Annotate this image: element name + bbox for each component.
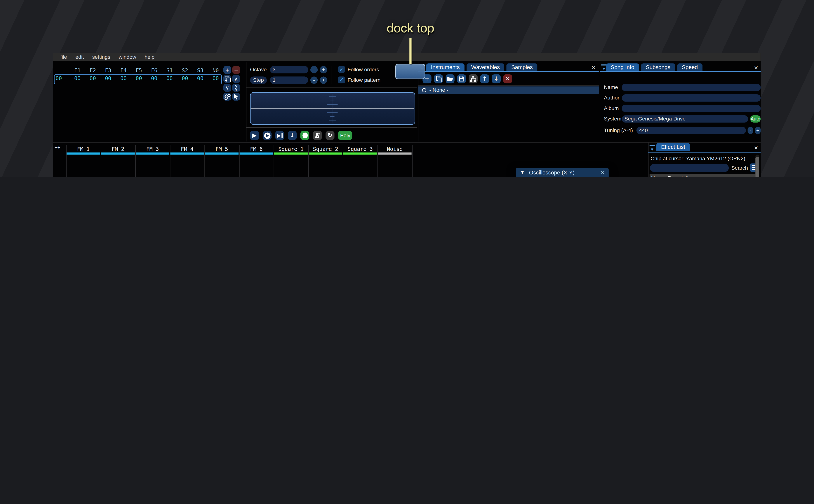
song-info-tab-speed[interactable]: Speed	[677, 63, 703, 71]
channel-color-bar	[309, 153, 342, 154]
channel-color-bar	[101, 153, 135, 154]
channel-color-bar	[170, 153, 204, 154]
channel-color-bar	[240, 153, 273, 154]
chip-at-cursor-label: Chip at cursor: Yamaha YM2612 (OPN2)	[651, 156, 745, 161]
channel-color-bar	[205, 153, 238, 154]
channel-header-fm-6[interactable]: FM 6	[239, 146, 274, 153]
tab-effect-list[interactable]: Effect List	[656, 143, 690, 151]
channel-header-fm-2[interactable]: FM 2	[101, 146, 135, 153]
collapse-icon[interactable]: ▼	[520, 170, 525, 175]
tab-list-icon[interactable]: ▼	[650, 145, 655, 152]
tuning-input[interactable]: 440	[637, 127, 746, 134]
channel-header-noise[interactable]: Noise	[377, 146, 412, 153]
expand-channels-button[interactable]: ++	[55, 145, 60, 150]
channel-header-square-2[interactable]: Square 2	[308, 146, 343, 153]
dock-target-top[interactable]	[395, 64, 425, 79]
tuning-increment-button[interactable]: +	[755, 127, 761, 134]
channel-header-fm-4[interactable]: FM 4	[170, 146, 204, 153]
window-title: Oscilloscope (X-Y)	[529, 169, 575, 176]
close-icon[interactable]: ✕	[601, 170, 605, 175]
search-label: Search	[731, 165, 748, 172]
channel-color-bar	[378, 153, 412, 154]
pattern-panel: ++ 0123456789101112131415161718192021 FM…	[53, 53, 648, 177]
close-icon[interactable]: ✕	[754, 145, 758, 151]
channel-color-bar	[67, 153, 100, 154]
furnace-window: fileeditsettingswindowhelp F1F2F3F4F5F6S…	[53, 53, 761, 177]
description-column-header[interactable]: Description	[668, 175, 694, 177]
effect-table-header[interactable]: Name Description	[650, 174, 759, 177]
oscilloscope-xy-titlebar[interactable]: ▼ Oscilloscope (X-Y) ✕	[516, 168, 609, 177]
search-input[interactable]	[650, 164, 729, 172]
effect-list-panel: ▼ Effect List ✕ Chip at cursor: Yamaha Y…	[648, 143, 761, 177]
annotation-line-dock-top	[410, 38, 411, 64]
channel-header-fm-3[interactable]: FM 3	[135, 146, 170, 153]
channel-color-bar	[136, 153, 169, 154]
scrollbar-thumb[interactable]	[755, 157, 759, 177]
close-icon[interactable]: ✕	[754, 65, 758, 71]
tuning-decrement-button[interactable]: -	[748, 127, 753, 134]
channel-color-bar	[274, 153, 308, 154]
desktop-background: fileeditsettingswindowhelp F1F2F3F4F5F6S…	[0, 0, 814, 177]
channel-header-square-1[interactable]: Square 1	[274, 146, 308, 153]
tab-underline	[648, 152, 761, 153]
auto-system-button[interactable]: Auto	[750, 115, 761, 123]
channel-header-square-3[interactable]: Square 3	[343, 146, 377, 153]
channel-header-fm-1[interactable]: FM 1	[66, 146, 101, 153]
oscilloscope-xy-window[interactable]: ▼ Oscilloscope (X-Y) ✕	[516, 168, 609, 177]
annotation-dock-top: dock top	[358, 21, 463, 36]
channel-header-fm-5[interactable]: FM 5	[204, 146, 239, 153]
channel-separator	[412, 145, 413, 177]
channel-color-bar	[343, 153, 377, 154]
name-column-header[interactable]: Name	[651, 175, 665, 177]
